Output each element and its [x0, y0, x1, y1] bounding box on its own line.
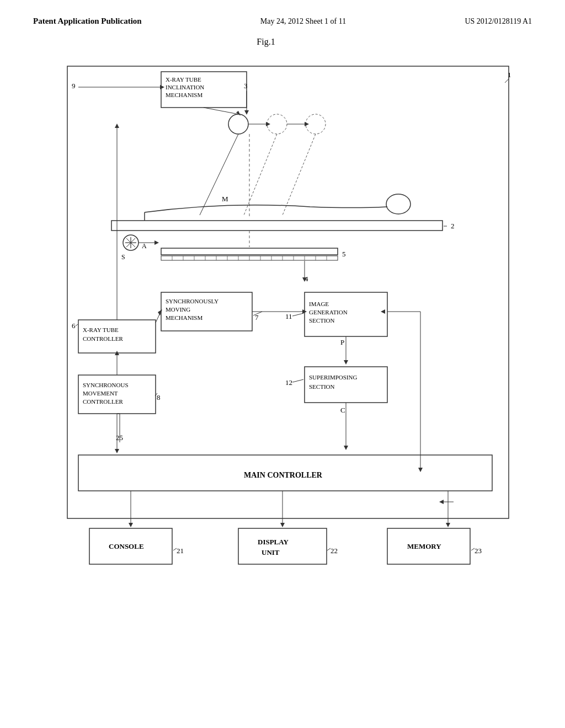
svg-text:MOVEMENT: MOVEMENT [83, 390, 118, 397]
svg-line-59 [292, 313, 303, 316]
svg-line-77 [292, 379, 303, 382]
main-controller-label: MAIN CONTROLLER [244, 471, 323, 479]
svg-marker-104 [381, 309, 385, 314]
ref-1-label: 1 [508, 71, 511, 79]
ref-12-label: 12 [285, 378, 292, 387]
svg-line-19 [204, 108, 238, 114]
ref-23-label: 23 [475, 547, 482, 555]
ref-9-label: 9 [72, 82, 76, 90]
svg-marker-20 [236, 111, 241, 116]
svg-line-64 [76, 324, 78, 326]
svg-marker-30 [154, 240, 159, 245]
header-left: Patent Application Publication [33, 17, 142, 26]
ref-2-label: 2 [451, 222, 455, 230]
svg-point-23 [386, 194, 411, 214]
label-C: C [340, 406, 345, 414]
svg-marker-91 [446, 523, 450, 527]
fig-title: Fig.1 [1, 37, 531, 47]
xray-controller-label: X-RAY TUBE [83, 326, 119, 333]
image-gen-label: IMAGE [309, 301, 329, 307]
ref-3-label: 3 [244, 82, 248, 90]
svg-rect-21 [111, 221, 443, 231]
label-P: P [340, 338, 344, 346]
memory-label: MEMORY [407, 542, 441, 550]
sync-moving-label: SYNCHRONOUSLY [166, 298, 218, 304]
svg-marker-8 [244, 110, 249, 115]
svg-rect-31 [161, 248, 338, 255]
svg-marker-87 [129, 523, 133, 527]
diagram-area: Fig.1 1 X-RAY TUBE INCLINATION MECHANISM… [34, 37, 531, 710]
ref-5-label: 5 [342, 250, 346, 258]
svg-line-17 [244, 134, 277, 215]
superimposing-label: SUPERIMPOSING [309, 374, 357, 381]
ref-11-label: 11 [285, 312, 292, 320]
svg-marker-68 [115, 124, 119, 128]
svg-marker-89 [280, 523, 285, 527]
ref-6-label: 6 [72, 322, 76, 330]
svg-marker-13 [266, 122, 270, 126]
svg-rect-0 [67, 66, 509, 518]
svg-line-65 [156, 313, 160, 323]
svg-text:CONTROLLER: CONTROLLER [83, 398, 123, 405]
svg-text:MECHANISM: MECHANISM [166, 314, 202, 321]
svg-text:MECHANISM: MECHANISM [166, 92, 202, 98]
label-M: M [222, 195, 228, 203]
svg-text:SECTION: SECTION [309, 383, 335, 390]
svg-marker-15 [305, 122, 309, 126]
xray-tube-inclination-label: X-RAY TUBE [166, 76, 201, 83]
console-label: CONSOLE [109, 542, 144, 550]
page: Patent Application Publication May 24, 2… [0, 0, 565, 728]
svg-text:GENERATION: GENERATION [309, 309, 348, 315]
svg-line-16 [200, 134, 238, 215]
svg-marker-66 [158, 309, 162, 315]
svg-point-9 [228, 114, 248, 134]
svg-text:MOVING: MOVING [166, 306, 190, 313]
svg-text:UNIT: UNIT [262, 548, 280, 556]
ref-8-label: 8 [157, 393, 161, 402]
main-diagram: 1 X-RAY TUBE INCLINATION MECHANISM 9 3 [34, 52, 531, 725]
svg-marker-93 [439, 500, 444, 504]
svg-marker-6 [160, 85, 164, 89]
ref-22-label: 22 [331, 547, 338, 555]
svg-marker-61 [344, 360, 348, 365]
label-S: S [121, 253, 125, 261]
ref-21-label: 21 [177, 547, 184, 555]
svg-marker-84 [115, 449, 119, 453]
header: Patent Application Publication May 24, 2… [0, 0, 565, 31]
sync-movement-ctrl-label: SYNCHRONOUS [83, 382, 129, 388]
header-center: May 24, 2012 Sheet 1 of 11 [260, 17, 346, 26]
display-unit-label: DISPLAY [258, 538, 289, 546]
svg-line-1 [505, 79, 509, 83]
svg-rect-96 [238, 528, 327, 564]
label-A: A [142, 242, 147, 250]
svg-text:SECTION: SECTION [309, 317, 335, 324]
header-right: US 2012/0128119 A1 [465, 17, 532, 26]
svg-marker-103 [418, 468, 423, 472]
svg-line-18 [282, 134, 316, 215]
svg-text:INCLINATION: INCLINATION [166, 84, 204, 90]
svg-marker-79 [344, 446, 348, 450]
svg-text:CONTROLLER: CONTROLLER [83, 335, 123, 342]
